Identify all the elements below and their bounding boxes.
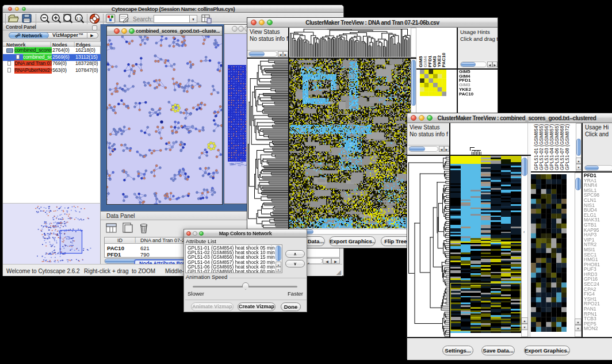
svg-text:1:1: 1:1 (76, 17, 82, 20)
